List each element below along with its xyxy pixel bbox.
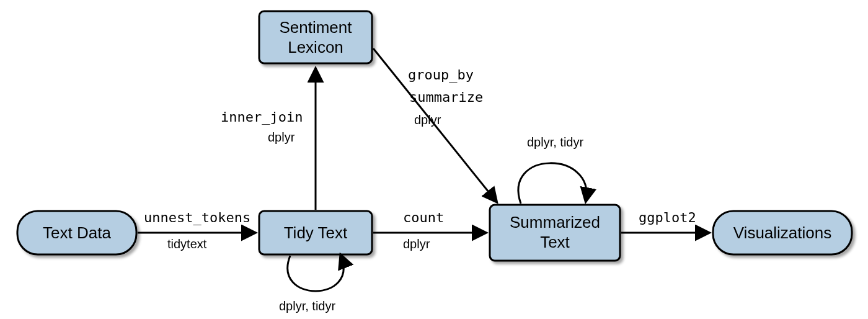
edge4-main: count [403,210,444,225]
edge-summarized-to-vis: ggplot2 [621,210,708,233]
node-text-data: Text Data [17,211,136,254]
edge-tidy-to-summarized: count dplyr [373,210,485,251]
node-tidy-text: Tidy Text [259,211,372,254]
sentiment-lexicon-line2: Lexicon [288,38,343,56]
node-sentiment-lexicon: Sentiment Lexicon [259,11,372,63]
edge1-sub: tidytext [167,237,207,251]
edge3-main2: summarize [409,89,483,105]
summarized-text-line1: Summarized [510,213,600,231]
edge1-main: unnest_tokens [144,210,250,225]
edge5-main: ggplot2 [639,210,696,225]
edge3-sub: dplyr [414,113,441,127]
loop-summarized-text: dplyr, tidyr [518,135,587,204]
node-visualizations: Visualizations [713,211,852,254]
edge2-main: inner_join [221,109,303,125]
edge-textdata-to-tidy: unnest_tokens tidytext [138,210,254,251]
edge2-sub: dplyr [268,130,295,144]
node-summarized-text: Summarized Text [490,205,620,261]
edge4-sub: dplyr [403,237,430,251]
loop-sum-label: dplyr, tidyr [527,135,583,149]
summarized-text-line2: Text [540,233,570,251]
tidy-text-label: Tidy Text [284,223,348,242]
loop-tidy-label: dplyr, tidyr [279,299,335,313]
visualizations-label: Visualizations [733,223,832,242]
edge-lexicon-to-summarized: group_by summarize dplyr [373,48,496,201]
edge-tidy-to-lexicon: inner_join dplyr [221,70,316,210]
sentiment-lexicon-line1: Sentiment [279,18,352,37]
text-data-label: Text Data [43,223,111,242]
edge3-main1: group_by [408,67,474,83]
loop-tidy-text: dplyr, tidyr [279,256,343,313]
